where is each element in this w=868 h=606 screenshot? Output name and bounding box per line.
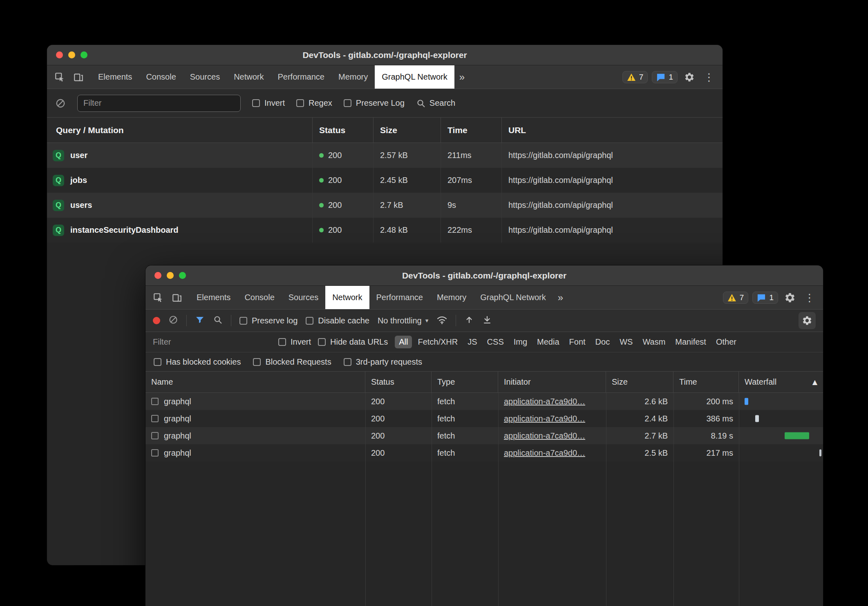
clear-icon[interactable] xyxy=(168,315,178,326)
device-toolbar-icon[interactable] xyxy=(169,290,185,305)
checkbox-box[interactable] xyxy=(252,99,260,107)
checkbox-box[interactable] xyxy=(296,99,304,107)
disable-cache-checkbox[interactable]: Disable cache xyxy=(306,316,369,325)
tab-memory[interactable]: Memory xyxy=(430,286,473,309)
tab-performance[interactable]: Performance xyxy=(369,286,430,309)
preserve-log-checkbox[interactable]: Preserve log xyxy=(239,316,298,325)
zoom-window-button[interactable] xyxy=(179,272,186,279)
table-row[interactable]: Q user 200 2.57 kB 211ms https://gitlab.… xyxy=(47,143,723,168)
chip-css[interactable]: CSS xyxy=(483,336,508,348)
table-row[interactable]: graphql 200 fetch application-a7ca9d0… 2… xyxy=(145,427,823,444)
column-header-name[interactable]: Name xyxy=(145,372,365,392)
row-checkbox[interactable] xyxy=(151,415,159,422)
checkbox-box[interactable] xyxy=(306,317,313,325)
zoom-window-button[interactable] xyxy=(81,51,87,58)
tab-elements[interactable]: Elements xyxy=(91,65,139,89)
messages-badge[interactable]: 1 xyxy=(752,292,778,304)
preserve-log-checkbox[interactable]: Preserve Log xyxy=(344,98,405,108)
chip-js[interactable]: JS xyxy=(463,336,481,348)
column-header-status[interactable]: Status xyxy=(313,118,374,143)
column-header-size[interactable]: Size xyxy=(374,118,441,143)
tab-console[interactable]: Console xyxy=(139,65,183,89)
warnings-badge[interactable]: 7 xyxy=(622,71,648,83)
close-window-button[interactable] xyxy=(56,51,63,58)
filter-input[interactable] xyxy=(77,95,241,112)
throttling-dropdown[interactable]: No throttling ▾ xyxy=(378,316,428,325)
chip-other[interactable]: Other xyxy=(712,336,740,348)
column-header-time[interactable]: Time xyxy=(441,118,502,143)
chip-img[interactable]: Img xyxy=(510,336,531,348)
kebab-menu-icon[interactable]: ⋮ xyxy=(701,69,717,85)
initiator-link[interactable]: application-a7ca9d0… xyxy=(504,397,585,406)
checkbox-box[interactable] xyxy=(253,358,261,366)
column-header-initiator[interactable]: Initiator xyxy=(498,372,606,392)
filter-input[interactable] xyxy=(153,337,271,347)
minimize-window-button[interactable] xyxy=(68,51,75,58)
kebab-menu-icon[interactable]: ⋮ xyxy=(802,290,817,305)
network-settings-gear-icon[interactable] xyxy=(799,312,816,329)
chip-all[interactable]: All xyxy=(395,336,412,348)
checkbox-box[interactable] xyxy=(239,317,247,325)
table-row[interactable]: Q users 200 2.7 kB 9s https://gitlab.com… xyxy=(47,193,723,218)
column-header-type[interactable]: Type xyxy=(432,372,498,392)
table-row[interactable]: graphql 200 fetch application-a7ca9d0… 2… xyxy=(145,410,823,427)
invert-checkbox[interactable]: Invert xyxy=(278,337,311,347)
clear-icon[interactable] xyxy=(55,98,66,109)
table-row[interactable]: graphql 200 fetch application-a7ca9d0… 2… xyxy=(145,393,823,410)
inspect-element-icon[interactable] xyxy=(52,69,67,85)
hide-data-urls-checkbox[interactable]: Hide data URLs xyxy=(318,337,388,347)
row-checkbox[interactable] xyxy=(151,398,159,405)
initiator-link[interactable]: application-a7ca9d0… xyxy=(504,448,585,458)
settings-gear-icon[interactable] xyxy=(782,290,798,305)
settings-gear-icon[interactable] xyxy=(682,69,697,85)
tab-network[interactable]: Network xyxy=(325,286,369,309)
checkbox-box[interactable] xyxy=(344,358,351,366)
more-tabs-icon[interactable]: » xyxy=(553,286,568,309)
column-header-url[interactable]: URL xyxy=(502,118,723,143)
tab-graphql-network[interactable]: GraphQL Network xyxy=(473,286,553,309)
titlebar[interactable]: DevTools - gitlab.com/-/graphql-explorer xyxy=(47,45,723,65)
blocked-requests-checkbox[interactable]: Blocked Requests xyxy=(253,357,331,367)
chip-wasm[interactable]: Wasm xyxy=(638,336,669,348)
tab-sources[interactable]: Sources xyxy=(282,286,325,309)
tab-network[interactable]: Network xyxy=(227,65,271,89)
search-control[interactable]: Search xyxy=(416,98,455,108)
row-checkbox[interactable] xyxy=(151,432,159,439)
chip-manifest[interactable]: Manifest xyxy=(671,336,710,348)
initiator-link[interactable]: application-a7ca9d0… xyxy=(504,431,585,441)
tab-performance[interactable]: Performance xyxy=(271,65,332,89)
device-toolbar-icon[interactable] xyxy=(71,69,86,85)
tab-sources[interactable]: Sources xyxy=(183,65,227,89)
row-checkbox[interactable] xyxy=(151,449,159,457)
search-icon[interactable] xyxy=(213,315,223,326)
export-har-icon[interactable] xyxy=(482,315,492,326)
has-blocked-cookies-checkbox[interactable]: Has blocked cookies xyxy=(154,357,241,367)
column-header-waterfall[interactable]: Waterfall ▲ xyxy=(739,372,823,392)
chip-doc[interactable]: Doc xyxy=(591,336,614,348)
checkbox-box[interactable] xyxy=(154,358,161,366)
tab-graphql-network[interactable]: GraphQL Network xyxy=(375,65,454,89)
chip-media[interactable]: Media xyxy=(533,336,563,348)
network-conditions-icon[interactable] xyxy=(436,315,447,326)
import-har-icon[interactable] xyxy=(464,315,474,326)
column-header-size[interactable]: Size xyxy=(606,372,673,392)
invert-checkbox[interactable]: Invert xyxy=(252,98,285,108)
chip-font[interactable]: Font xyxy=(565,336,590,348)
chip-fetch-xhr[interactable]: Fetch/XHR xyxy=(414,336,462,348)
checkbox-box[interactable] xyxy=(344,99,351,107)
inspect-element-icon[interactable] xyxy=(150,290,166,305)
third-party-requests-checkbox[interactable]: 3rd-party requests xyxy=(344,357,422,367)
record-button[interactable] xyxy=(153,317,160,324)
messages-badge[interactable]: 1 xyxy=(652,71,678,83)
tab-console[interactable]: Console xyxy=(237,286,281,309)
tab-memory[interactable]: Memory xyxy=(331,65,375,89)
column-header-query-mutation[interactable]: Query / Mutation xyxy=(47,118,313,143)
filter-funnel-icon[interactable] xyxy=(195,315,205,326)
chip-ws[interactable]: WS xyxy=(615,336,637,348)
warnings-badge[interactable]: 7 xyxy=(723,292,749,304)
close-window-button[interactable] xyxy=(154,272,161,279)
minimize-window-button[interactable] xyxy=(167,272,174,279)
checkbox-box[interactable] xyxy=(318,338,326,346)
more-tabs-icon[interactable]: » xyxy=(454,65,470,89)
column-header-status[interactable]: Status xyxy=(365,372,432,392)
